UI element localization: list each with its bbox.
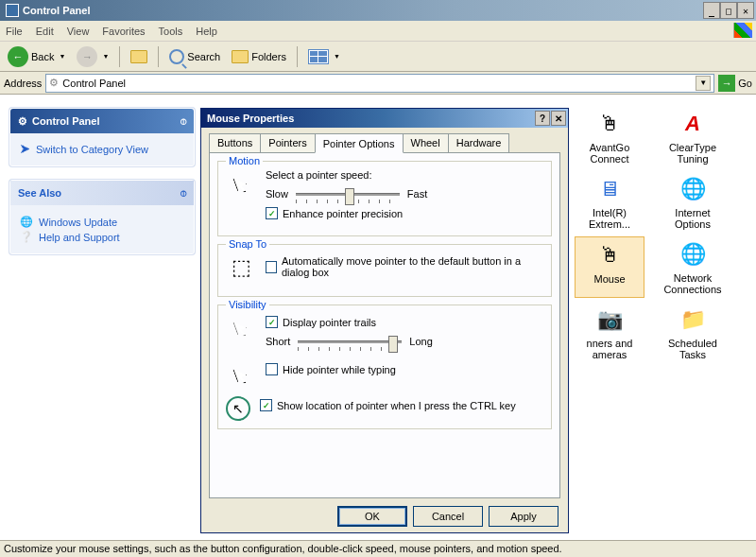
maximize-button[interactable]: □ xyxy=(720,2,737,19)
search-button[interactable]: Search xyxy=(165,47,224,66)
cleartype-icon: A xyxy=(678,109,708,139)
short-label: Short xyxy=(266,336,290,347)
snapto-label: Automatically move pointer to the defaul… xyxy=(282,255,543,278)
icon-label: Scheduled Tasks xyxy=(658,338,728,360)
switch-category-label: Switch to Category View xyxy=(36,144,148,155)
icon-network[interactable]: 🌐 Network Connections xyxy=(658,236,728,298)
ctrl-locate-icon: ↖ xyxy=(226,396,250,421)
icon-mouse[interactable]: 🖱 Mouse xyxy=(575,236,644,298)
icon-label: Internet Options xyxy=(658,207,728,230)
menu-file[interactable]: File xyxy=(6,26,23,37)
ctrl-locate-checkbox[interactable]: ✓ xyxy=(260,399,272,411)
dialog-close-button[interactable]: ✕ xyxy=(551,111,566,126)
trails-icon xyxy=(226,313,256,343)
back-button[interactable]: ← Back ▼ xyxy=(4,44,69,69)
dialog-button-row: OK Cancel Apply xyxy=(201,506,568,536)
window-titlebar: Control Panel _ □ ✕ xyxy=(0,0,756,21)
menu-bar: File Edit View Favorites Tools Help xyxy=(0,21,756,42)
help-support-label: Help and Support xyxy=(39,232,120,243)
network-icon: 🌐 xyxy=(678,239,708,270)
tab-pointers[interactable]: Pointers xyxy=(260,133,315,152)
windows-update-link[interactable]: 🌐 Windows Update xyxy=(20,216,184,228)
menu-view[interactable]: View xyxy=(67,26,90,37)
display-icon: 🖥 xyxy=(594,174,625,204)
window-title: Control Panel xyxy=(23,5,91,16)
tab-wheel[interactable]: Wheel xyxy=(403,133,449,152)
icon-label: Mouse xyxy=(593,273,625,285)
trails-slider[interactable]: Short Long xyxy=(266,332,543,351)
tasks-icon: 📁 xyxy=(678,305,708,335)
menu-edit[interactable]: Edit xyxy=(36,26,54,37)
windows-flag-icon xyxy=(733,23,752,38)
snapto-checkbox[interactable] xyxy=(266,261,277,273)
cancel-button[interactable]: Cancel xyxy=(413,506,483,527)
menu-favorites[interactable]: Favorites xyxy=(102,26,145,37)
address-dropdown-button[interactable]: ▼ xyxy=(696,76,711,91)
icon-label: Intel(R) Extrem... xyxy=(575,207,644,230)
icon-intel[interactable]: 🖥 Intel(R) Extrem... xyxy=(575,171,644,233)
minimize-button[interactable]: _ xyxy=(703,2,720,19)
hide-typing-label: Hide pointer while typing xyxy=(283,364,396,375)
icon-avantgo[interactable]: 🖱 AvantGo Connect xyxy=(575,106,644,167)
long-label: Long xyxy=(409,336,432,347)
status-bar: Customize your mouse settings, such as t… xyxy=(0,540,756,557)
address-input[interactable]: ⚙ Control Panel ▼ xyxy=(45,74,714,93)
ctrl-locate-label: Show location of pointer when I press th… xyxy=(277,400,516,411)
views-icon xyxy=(308,49,329,64)
see-also-title: See Also xyxy=(18,187,61,199)
menu-tools[interactable]: Tools xyxy=(159,26,183,37)
hide-pointer-icon xyxy=(226,360,256,391)
collapse-icon[interactable]: ⦶ xyxy=(180,115,186,127)
switch-category-view-link[interactable]: ⮞ Switch to Category View xyxy=(20,144,184,155)
pointer-speed-slider[interactable]: Slow Fast xyxy=(266,184,543,203)
icon-scanners-cameras[interactable]: 📷 nners and ameras xyxy=(575,302,644,363)
group-snapto: Snap To ⬚ Automatically move pointer to … xyxy=(217,244,552,297)
trails-checkbox[interactable]: ✓ xyxy=(266,316,278,328)
group-visibility: Visibility ✓ Display pointer trails Shor… xyxy=(217,305,552,429)
status-text: Customize your mouse settings, such as t… xyxy=(4,543,562,554)
left-pane: ⚙ Control Panel ⦶ ⮞ Switch to Category V… xyxy=(9,108,195,268)
search-icon xyxy=(169,49,184,64)
up-button[interactable] xyxy=(127,48,151,65)
motion-legend: Motion xyxy=(226,155,263,166)
hide-typing-checkbox[interactable] xyxy=(266,363,278,375)
tab-buttons[interactable]: Buttons xyxy=(209,133,261,152)
ok-button[interactable]: OK xyxy=(337,506,407,527)
tab-pointer-options[interactable]: Pointer Options xyxy=(315,133,404,153)
sync-icon: 🖱 xyxy=(594,109,625,139)
icon-label: ClearType Tuning xyxy=(658,142,728,165)
dialog-title: Mouse Properties xyxy=(207,113,294,124)
icon-grid: 🖱 AvantGo Connect A ClearType Tuning 🖥 I… xyxy=(575,106,745,363)
folders-label: Folders xyxy=(251,51,286,62)
collapse-icon[interactable]: ⦶ xyxy=(180,187,186,199)
control-panel-icon: ⚙ xyxy=(49,77,59,89)
apply-button[interactable]: Apply xyxy=(489,506,558,527)
panel-title: Control Panel xyxy=(32,115,100,127)
menu-help[interactable]: Help xyxy=(196,26,217,37)
icon-label: AvantGo Connect xyxy=(575,142,644,165)
tab-hardware[interactable]: Hardware xyxy=(448,133,510,152)
icon-scheduled-tasks[interactable]: 📁 Scheduled Tasks xyxy=(658,302,728,363)
panel-control-panel: ⚙ Control Panel ⦶ ⮞ Switch to Category V… xyxy=(9,108,195,166)
icon-cleartype[interactable]: A ClearType Tuning xyxy=(658,106,728,167)
go-button[interactable]: → Go xyxy=(718,75,752,92)
windows-update-label: Windows Update xyxy=(39,217,117,228)
folders-button[interactable]: Folders xyxy=(228,48,290,65)
tab-body: Motion Select a pointer speed: Slow Fast… xyxy=(209,152,560,498)
dialog-help-button[interactable]: ? xyxy=(535,111,550,126)
help-support-link[interactable]: ❔ Help and Support xyxy=(20,231,184,243)
views-button[interactable]: ▼ xyxy=(304,47,344,66)
camera-icon: 📷 xyxy=(594,305,625,335)
close-button[interactable]: ✕ xyxy=(737,2,754,19)
globe-icon: 🌐 xyxy=(20,216,33,228)
app-icon xyxy=(6,4,19,17)
icon-internet-options[interactable]: 🌐 Internet Options xyxy=(658,171,728,233)
go-label: Go xyxy=(738,78,752,89)
enhance-precision-checkbox[interactable]: ✓ xyxy=(266,207,278,219)
dialog-titlebar: Mouse Properties ? ✕ xyxy=(201,109,568,128)
forward-button[interactable]: →▼ xyxy=(73,44,112,69)
visibility-legend: Visibility xyxy=(226,299,269,310)
enhance-precision-label: Enhance pointer precision xyxy=(283,208,403,219)
fast-label: Fast xyxy=(407,188,427,200)
icon-label: Network Connections xyxy=(658,272,728,295)
